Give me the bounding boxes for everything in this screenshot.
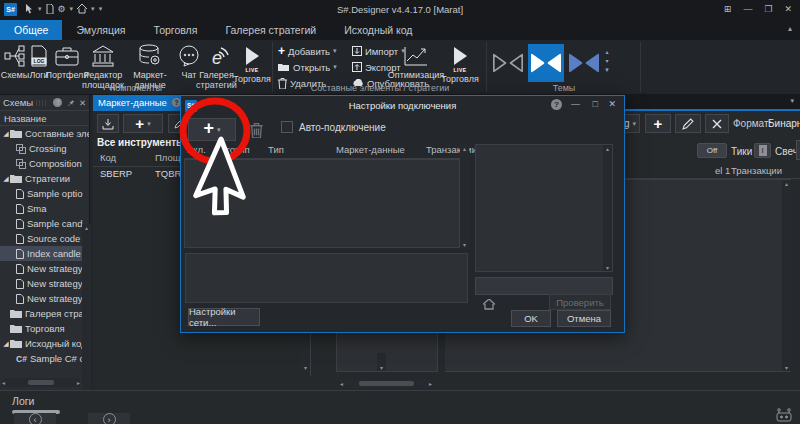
add-connection-button[interactable]: + ▾	[188, 118, 236, 141]
home-page-button[interactable]	[478, 297, 500, 311]
dialog-maximize-icon[interactable]: □	[593, 99, 598, 109]
trading-live-button-2[interactable]: LIVE Торговля	[440, 43, 480, 84]
scheme-icon	[16, 144, 26, 154]
import-instruments-button[interactable]	[97, 114, 119, 133]
network-settings-button[interactable]: Настройки сети...	[188, 308, 260, 326]
col-transactions[interactable]: Транзакции	[426, 144, 477, 155]
tree-item-галерея-страте[interactable]: Галерея страте	[0, 306, 89, 321]
collapse-ribbon-icon[interactable]: ▴	[788, 24, 792, 33]
doc-icon	[16, 249, 24, 259]
tree-item-sample-cand[interactable]: Sample cand	[0, 216, 89, 231]
csharp-icon: C#	[16, 354, 27, 364]
schemes-button[interactable]: Схемы	[2, 43, 28, 80]
briefcase-icon	[55, 43, 79, 69]
panel-help-icon[interactable]: ?	[53, 98, 62, 107]
dialog-close-icon[interactable]: ✕	[608, 99, 616, 109]
tab-strategy-gallery[interactable]: Галерея стратегий	[211, 20, 330, 40]
storage-vscrollbar[interactable]: ▴▾	[782, 180, 791, 371]
col-logo[interactable]: Логотип	[215, 144, 250, 155]
tree-column-header: Название	[0, 111, 89, 126]
tree-item-составные-элем[interactable]: ◢Составные элем	[0, 126, 89, 141]
add-instrument-button[interactable]: + ▾	[123, 114, 163, 133]
instrument-board[interactable]: TQBR	[155, 168, 181, 183]
col-type[interactable]: Тип	[268, 144, 284, 155]
tree-item-source-code[interactable]: Source code	[0, 231, 89, 246]
tree-item-composition[interactable]: Composition	[0, 156, 89, 171]
ok-button[interactable]: OK	[511, 310, 551, 327]
all-instruments-label[interactable]: Все инструменты	[97, 137, 185, 148]
doc-icon	[16, 219, 24, 229]
middle-hscrollbar[interactable]: ◂▸	[340, 379, 432, 388]
tree-expander-icon[interactable]: ◢	[2, 340, 10, 348]
col-code[interactable]: Код	[100, 152, 155, 166]
auto-connect-option[interactable]: Авто-подключение	[281, 121, 386, 133]
tree-item-new-strategy[interactable]: New strategy	[0, 291, 89, 306]
window-title: S#.Designer v4.4.17.0 [Marat]	[0, 4, 800, 15]
properties-vscrollbar[interactable]: ▴▾	[603, 145, 612, 271]
close-icon[interactable]: ✕	[784, 4, 792, 14]
tree-item-исходный-код[interactable]: ◢Исходный код	[0, 336, 89, 351]
theme-dark-tile[interactable]	[490, 44, 526, 82]
tree-item-торговля[interactable]: Торговля	[0, 321, 89, 336]
tree-item-sample-c#-c[interactable]: C#Sample C# c	[0, 351, 89, 366]
theme-selected-tile[interactable]	[528, 44, 564, 82]
sidebar-hscrollbar[interactable]: ◂▸	[2, 378, 80, 387]
cancel-button[interactable]: Отмена	[557, 310, 611, 327]
add-button[interactable]: + Добавить▾	[278, 44, 337, 58]
verify-button[interactable]: Проверить	[549, 294, 611, 310]
col-transactions[interactable]: Транзакции	[731, 165, 782, 176]
tab-trading[interactable]: Торговля	[140, 20, 212, 40]
dialog-help-icon[interactable]: ?	[551, 99, 562, 110]
nav-back-button[interactable]: ‹	[14, 413, 56, 424]
col-enabled[interactable]: Вкл.	[187, 144, 206, 155]
logs-panel-label[interactable]: Логи	[12, 395, 34, 407]
portfolios-button[interactable]: Портфели	[50, 43, 84, 80]
minimize-icon[interactable]: —	[743, 4, 752, 14]
tree-item-стратегии[interactable]: ◢Стратегии	[0, 171, 89, 186]
pin-window-icon[interactable]: ⊞	[724, 4, 732, 14]
tab-source-code[interactable]: Исходный код	[330, 20, 426, 40]
start-button[interactable]: Старт	[796, 140, 800, 160]
tree-item-new-strategy[interactable]: New strategy	[0, 276, 89, 291]
tree-item-new-strategy[interactable]: New strategy	[0, 261, 89, 276]
edit-storage-button[interactable]	[675, 114, 701, 133]
connections-vscrollbar[interactable]: ▴▾	[460, 145, 469, 248]
col-market-data[interactable]: Маркет-данные	[336, 144, 405, 155]
instrument-code[interactable]: SBERP	[100, 168, 155, 183]
restore-icon[interactable]: ❐	[764, 4, 772, 14]
add-storage-button[interactable]: +	[645, 114, 671, 133]
tree-item-sma[interactable]: Sma	[0, 201, 89, 216]
optimization-button[interactable]: Оптимизация	[392, 43, 440, 80]
themes-more-icon[interactable]: ▼	[604, 66, 610, 75]
candles-toggle[interactable]: I	[754, 143, 771, 158]
left-pane-scroll-end[interactable]: ▾	[377, 353, 386, 371]
doc-tabs-dropdown-icon[interactable]: ▾	[790, 97, 794, 105]
dialog-minimize-icon[interactable]: —	[571, 99, 580, 109]
tree-item-crossing[interactable]: Crossing	[0, 141, 89, 156]
connector-status-icon[interactable]	[774, 407, 794, 422]
folder-open-icon	[278, 63, 290, 72]
dialog-lower-panel	[185, 253, 468, 303]
theme-blue-tile[interactable]	[566, 44, 602, 82]
tree-expander-icon[interactable]: ◢	[2, 175, 10, 183]
drag-grip[interactable]	[36, 100, 46, 106]
remove-connection-button[interactable]	[243, 120, 269, 140]
nav-forward-button[interactable]: ›	[88, 413, 130, 424]
panel-close-icon[interactable]: ✕	[79, 98, 86, 108]
tree-item-index-candle[interactable]: Index candle	[0, 246, 89, 261]
delete-storage-button[interactable]	[705, 114, 729, 133]
tab-general[interactable]: Общее	[0, 20, 62, 40]
tab-emulation[interactable]: Эмуляция	[62, 20, 139, 40]
ticks-toggle[interactable]: Off	[697, 143, 727, 158]
tree-item-sample-optio[interactable]: Sample optio	[0, 186, 89, 201]
folder-icon	[10, 309, 22, 318]
col-level1[interactable]: el 1	[715, 165, 730, 176]
trading-live-button[interactable]: LIVE Торговля	[233, 43, 271, 84]
open-button[interactable]: Открыть▾	[278, 60, 337, 74]
auto-connect-checkbox[interactable]	[281, 121, 293, 133]
tree-expander-icon[interactable]: ◢	[2, 130, 10, 138]
themes-scroll-up-icon[interactable]: ▴	[604, 48, 610, 57]
panel-pin-icon[interactable]: 📌︎	[66, 98, 75, 108]
format-combo[interactable]: Бинарный▾	[768, 114, 800, 133]
themes-scroll-down-icon[interactable]: ▾	[604, 57, 610, 66]
